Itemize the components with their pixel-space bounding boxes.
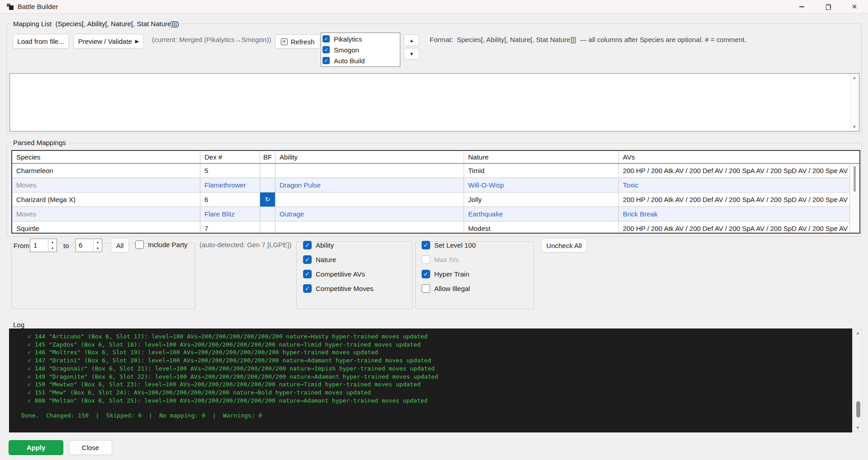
cell-bf-charmeleon[interactable] [260,164,275,178]
close-button[interactable]: Close [69,440,112,455]
move-source-up-button[interactable]: ▲ [404,34,419,46]
log-scrollbar-thumb[interactable] [856,401,860,418]
option-nature[interactable]: ✓Nature [303,255,374,264]
option-set-level-100[interactable]: ✓Set Level 100 [422,241,476,249]
cell-bf-squirtle[interactable] [260,221,275,234]
log-line: ✓ 148 "Dragonair" (Box 6, Slot 21): leve… [9,365,852,373]
to-spinner-arrows[interactable]: ▲▼ [93,239,102,252]
apply-button[interactable]: Apply [9,440,63,455]
cell-bf-charizard-mega-x[interactable]: ↻ [260,192,275,207]
cell-ability-charizard-mega-x[interactable] [275,192,464,207]
spin-down-icon[interactable]: ▼ [48,245,57,252]
from-spinner[interactable]: 1 ▲▼ [30,239,57,252]
checkbox-max-ivs[interactable] [422,255,430,264]
refresh-button[interactable]: ⟳ Refresh [275,34,320,49]
parsed-mappings-table[interactable]: SpeciesDex #BFAbilityNatureAVsCharmeleon… [11,150,860,234]
column-header-ability[interactable]: Ability [275,151,464,164]
cell-nature-charmeleon[interactable]: Timid [464,164,619,178]
source-item-pikalytics[interactable]: ✓Pikalytics [323,33,400,44]
cell-species-squirtle[interactable]: Squirtle [12,221,200,234]
checkbox-include-party[interactable] [135,240,144,249]
checkbox-ability[interactable]: ✓ [303,241,312,249]
option-hyper-train[interactable]: ✓Hyper Train [422,270,476,278]
battle-form-icon[interactable]: ↻ [260,192,275,207]
cell-avs-moves[interactable]: Brick Break [619,207,859,221]
cell-nature-charizard-mega-x[interactable]: Jolly [464,192,619,207]
checkbox-set-level-100[interactable]: ✓ [422,241,430,249]
cell-avs-charmeleon[interactable]: 200 HP / 200 Atk AV / 200 Def AV / 200 S… [619,164,859,178]
spin-down-icon[interactable]: ▼ [94,245,102,252]
cell-avs-moves[interactable]: Toxic [619,178,859,192]
from-value[interactable]: 1 [30,239,48,252]
spin-up-icon[interactable]: ▲ [48,239,57,245]
option-competitive-moves[interactable]: ✓Competitive Moves [303,284,374,293]
option-competitive-avs[interactable]: ✓Competitive AVs [303,270,374,278]
cell-ability-squirtle[interactable] [275,221,464,234]
checkbox-pikalytics[interactable]: ✓ [323,35,330,42]
cell-species-moves[interactable]: Moves [12,207,200,221]
checkbox-allow-illegal[interactable] [422,284,430,293]
scroll-up-icon[interactable]: ▲ [852,75,857,80]
cell-dex-squirtle[interactable]: 7 [200,221,260,234]
checkbox-nature[interactable]: ✓ [303,255,312,264]
uncheck-all-button[interactable]: Uncheck All [541,238,587,253]
maximize-button[interactable] [815,0,841,14]
cell-bf-moves[interactable] [260,178,275,192]
cell-nature-squirtle[interactable]: Modest [464,221,619,234]
table-scrollbar[interactable] [849,164,859,233]
cell-bf-moves[interactable] [260,207,275,221]
scroll-down-icon[interactable]: ▼ [852,125,857,129]
cell-avs-squirtle[interactable]: 200 HP / 200 Atk AV / 200 Def AV / 200 S… [619,221,859,234]
column-header-avs[interactable]: AVs [619,151,859,164]
up-arrow-icon: ▲ [409,38,414,43]
log-console[interactable]: ✓ 144 "Articuno" (Box 6, Slot 17): level… [9,329,852,432]
minimize-button[interactable] [788,0,815,14]
source-listbox[interactable]: ✓Pikalytics✓Smogon✓Auto Build [321,33,400,67]
cell-dex-charizard-mega-x[interactable]: 6 [200,192,260,207]
scroll-down-icon[interactable]: ▼ [856,426,860,430]
log-line: ✓ 144 "Articuno" (Box 6, Slot 17): level… [9,333,852,341]
cell-species-moves[interactable]: Moves [12,178,200,192]
checkbox-hyper-train[interactable]: ✓ [422,270,430,278]
all-button[interactable]: All [111,238,129,253]
cell-ability-moves[interactable]: Dragon Pulse [275,178,464,192]
checkbox-smogon[interactable]: ✓ [323,46,330,53]
cell-dex-moves[interactable]: Flare Blitz [200,207,260,221]
option-allow-illegal[interactable]: Allow Illegal [422,284,476,293]
cell-nature-moves[interactable]: Earthquake [464,207,619,221]
source-item-auto-build[interactable]: ✓Auto Build [323,55,400,66]
preview-validate-button[interactable]: Preview / Validate ▶ [73,34,144,49]
checkbox-competitive-avs[interactable]: ✓ [303,270,312,278]
scroll-up-icon[interactable]: ▲ [856,331,860,335]
option-max-ivs[interactable]: Max IVs [422,255,476,264]
mapping-text-editor[interactable]: ▲ ▼ [9,73,859,131]
load-from-file-button[interactable]: Load from file... [13,34,69,49]
cell-species-charmeleon[interactable]: Charmeleon [12,164,200,178]
option-include-party[interactable]: Include Party [135,240,188,249]
checkbox-competitive-moves[interactable]: ✓ [303,284,312,293]
uncheck-all-label: Uncheck All [546,242,582,249]
checkbox-auto-build[interactable]: ✓ [323,57,330,64]
cell-nature-moves[interactable]: Will-O-Wisp [464,178,619,192]
cell-avs-charizard-mega-x[interactable]: 200 HP / 200 Atk AV / 200 Def AV / 200 S… [619,192,859,207]
cell-species-charizard-mega-x[interactable]: Charizard (Mega X) [12,192,200,207]
editor-scrollbar[interactable]: ▲ ▼ [850,74,859,131]
column-header-dex[interactable]: Dex # [200,151,260,164]
column-header-bf[interactable]: BF [260,151,275,164]
cell-dex-charmeleon[interactable]: 5 [200,164,260,178]
to-value[interactable]: 6 [76,239,93,252]
log-scrollbar[interactable]: ▲ ▼ [853,329,863,432]
source-item-smogon[interactable]: ✓Smogon [323,44,400,55]
from-spinner-arrows[interactable]: ▲▼ [48,239,57,252]
spin-up-icon[interactable]: ▲ [94,239,102,245]
cell-ability-charmeleon[interactable] [275,164,464,178]
cell-dex-moves[interactable]: Flamethrower [200,178,260,192]
column-header-nature[interactable]: Nature [464,151,619,164]
cell-ability-moves[interactable]: Outrage [275,207,464,221]
close-window-button[interactable]: ✕ [841,0,868,14]
to-spinner[interactable]: 6 ▲▼ [75,239,102,252]
move-source-down-button[interactable]: ▼ [404,48,419,60]
column-header-species[interactable]: Species [12,151,200,164]
option-ability[interactable]: ✓Ability [303,241,374,249]
table-scrollbar-thumb[interactable] [854,166,856,192]
